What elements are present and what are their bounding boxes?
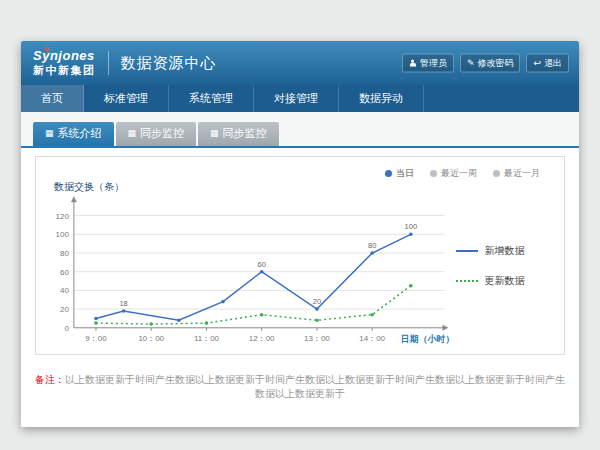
svg-text:12：00: 12：00 <box>249 334 275 343</box>
svg-text:100: 100 <box>405 222 417 231</box>
nav-item-data-change[interactable]: 数据异动 <box>339 85 424 112</box>
tab-label: 同步监控 <box>140 126 184 141</box>
dot-icon <box>385 170 392 177</box>
edit-icon: ✎ <box>467 59 475 68</box>
main-nav: 首页 标准管理 系统管理 对接管理 数据异动 <box>21 85 579 112</box>
footnote-prefix: 备注： <box>35 374 65 385</box>
admin-user-label: 管理员 <box>420 57 447 70</box>
user-icon <box>409 59 417 67</box>
chart-panel: 当日 最近一周 最近一月 数据交换（条） 020406080100 <box>35 156 565 355</box>
svg-text:20: 20 <box>60 305 69 314</box>
change-password-button[interactable]: ✎ 修改密码 <box>460 54 521 73</box>
legend-label: 更新数据 <box>484 274 524 288</box>
filter-today[interactable]: 当日 <box>385 167 414 180</box>
dot-icon <box>493 170 500 177</box>
nav-item-home[interactable]: 首页 <box>21 85 84 112</box>
svg-text:20: 20 <box>313 297 321 306</box>
dot-icon <box>430 170 437 177</box>
header-actions: 管理员 ✎ 修改密码 ↩ 退出 <box>402 54 569 73</box>
tab-strip: ▦ 系统介绍 ▦ 同步监控 ▦ 同步监控 <box>33 122 579 146</box>
legend-label: 新增数据 <box>484 244 524 258</box>
svg-text:日期（小时）: 日期（小时） <box>401 334 455 344</box>
logout-button[interactable]: ↩ 退出 <box>526 54 569 73</box>
filter-last-week[interactable]: 最近一周 <box>430 167 477 180</box>
main-panel: 当日 最近一周 最近一月 数据交换（条） 020406080100 <box>21 148 579 427</box>
svg-text:120: 120 <box>56 212 70 221</box>
tab-label: 同步监控 <box>223 126 267 141</box>
change-password-label: 修改密码 <box>477 57 513 70</box>
grid-icon: ▦ <box>128 129 137 138</box>
nav-item-interface-mgmt[interactable]: 对接管理 <box>254 85 339 112</box>
svg-text:40: 40 <box>60 286 69 295</box>
svg-text:18: 18 <box>119 299 127 308</box>
logout-label: 退出 <box>544 57 562 70</box>
footnote: 备注：以上数据更新于时间产生数据以上数据更新于时间产生数据以上数据更新于时间产生… <box>35 373 565 401</box>
chart-legend: 新增数据 更新数据 <box>456 244 560 288</box>
nav-item-standard-mgmt[interactable]: 标准管理 <box>84 85 169 112</box>
chart-row: 0204060801001209：0010：0011：0012：0013：001… <box>36 194 564 352</box>
tab-sync-monitor-1[interactable]: ▦ 同步监控 <box>116 122 197 146</box>
y-axis-label: 数据交换（条） <box>54 180 564 194</box>
logo-company-name: 新中新集团 <box>33 64 96 77</box>
tab-label: 系统介绍 <box>58 126 102 141</box>
app-window: ✳ Synjones 新中新集团 数据资源中心 管理员 ✎ 修改密码 ↩ 退出 <box>21 41 579 427</box>
line-chart: 0204060801001209：0010：0011：0012：0013：001… <box>40 194 456 352</box>
logo-star-icon: ✳ <box>43 45 51 55</box>
svg-text:13：00: 13：00 <box>304 334 330 343</box>
admin-user-button[interactable]: 管理员 <box>402 54 454 73</box>
legend-line-dotted-icon <box>456 280 478 282</box>
tab-sync-monitor-2[interactable]: ▦ 同步监控 <box>198 122 279 146</box>
svg-text:9：00: 9：00 <box>85 334 107 343</box>
filter-label: 最近一周 <box>441 167 477 180</box>
grid-icon: ▦ <box>210 129 219 138</box>
svg-text:11：00: 11：00 <box>194 334 220 343</box>
tab-system-intro[interactable]: ▦ 系统介绍 <box>33 122 114 146</box>
svg-text:60: 60 <box>60 268 69 277</box>
filter-label: 最近一月 <box>504 167 540 180</box>
legend-item-update-data[interactable]: 更新数据 <box>456 274 560 288</box>
logo: ✳ Synjones 新中新集团 <box>33 49 96 77</box>
legend-line-solid-icon <box>456 250 478 252</box>
nav-item-system-mgmt[interactable]: 系统管理 <box>169 85 254 112</box>
svg-text:10：00: 10：00 <box>138 334 164 343</box>
svg-text:14：00: 14：00 <box>359 334 385 343</box>
page-title: 数据资源中心 <box>121 54 217 73</box>
header-divider <box>108 51 109 75</box>
filter-last-month[interactable]: 最近一月 <box>493 167 540 180</box>
desktop-background: ✳ Synjones 新中新集团 数据资源中心 管理员 ✎ 修改密码 ↩ 退出 <box>0 0 600 450</box>
legend-item-new-data[interactable]: 新增数据 <box>456 244 560 258</box>
svg-text:80: 80 <box>60 249 69 258</box>
svg-text:60: 60 <box>258 260 266 269</box>
app-header: ✳ Synjones 新中新集团 数据资源中心 管理员 ✎ 修改密码 ↩ 退出 <box>21 41 579 85</box>
svg-text:0: 0 <box>64 324 69 333</box>
logout-icon: ↩ <box>533 59 541 68</box>
time-filter-legend: 当日 最近一周 最近一月 <box>36 157 564 180</box>
footnote-text: 以上数据更新于时间产生数据以上数据更新于时间产生数据以上数据更新于时间产生数据以… <box>65 374 565 399</box>
svg-text:80: 80 <box>368 241 376 250</box>
content-area: ▦ 系统介绍 ▦ 同步监控 ▦ 同步监控 <box>21 112 579 427</box>
svg-text:100: 100 <box>56 230 70 239</box>
grid-icon: ▦ <box>45 129 54 138</box>
filter-label: 当日 <box>396 167 414 180</box>
